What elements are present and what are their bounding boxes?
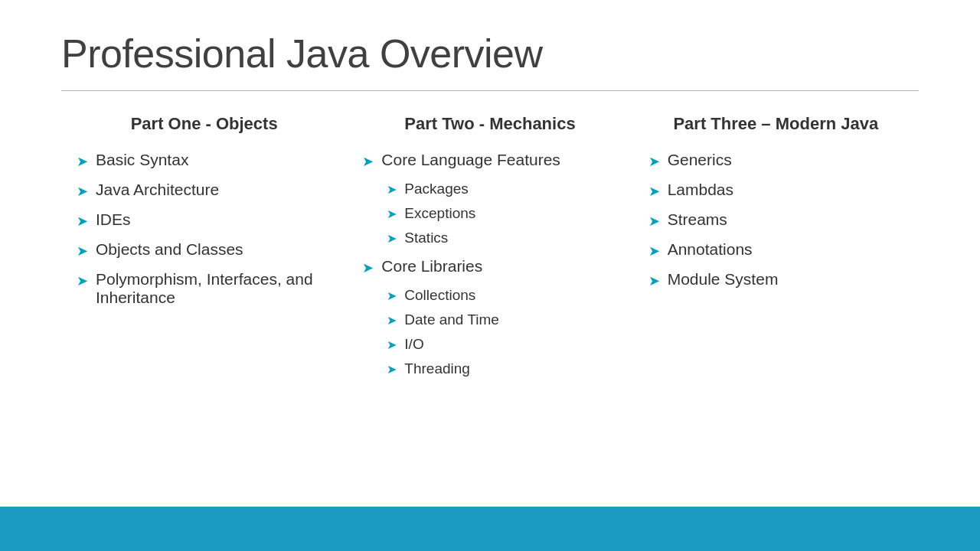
sub-item-label: Threading	[404, 360, 470, 377]
sub-item-label: Exceptions	[404, 205, 475, 222]
arrow-icon: ➤	[77, 243, 88, 259]
sub-arrow-icon: ➤	[387, 313, 397, 328]
item-label: Module System	[668, 270, 779, 289]
footer-bar	[0, 507, 980, 551]
arrow-icon: ➤	[648, 153, 660, 170]
arrow-icon: ➤	[648, 183, 660, 200]
sub-item-label: Date and Time	[404, 311, 499, 328]
item-label: Streams	[668, 210, 727, 229]
list-item: ➤ Module System	[648, 270, 903, 289]
item-label: Polymorphism, Interfaces, and Inheritanc…	[96, 270, 332, 307]
sub-item-label: I/O	[404, 336, 423, 353]
list-item: ➤ Core Libraries	[362, 257, 617, 276]
content-area: Professional Java Overview Part One - Ob…	[0, 0, 980, 388]
arrow-icon: ➤	[77, 183, 88, 200]
sub-item-label: Statics	[404, 230, 448, 246]
sub-list: ➤ Packages ➤ Exceptions ➤ Statics	[387, 181, 617, 246]
sub-item-label: Packages	[404, 181, 468, 197]
column-3: Part Three – Modern Java ➤ Generics ➤ La…	[633, 114, 919, 300]
sub-list: ➤ Collections ➤ Date and Time ➤ I/O ➤ Th…	[387, 287, 617, 377]
list-item: ➤ Java Architecture	[77, 181, 332, 200]
sub-item: ➤ Statics	[387, 230, 617, 246]
list-item: ➤ Lambdas	[648, 181, 903, 200]
arrow-icon: ➤	[77, 272, 88, 289]
column-2: Part Two - Mechanics ➤ Core Language Fea…	[347, 114, 632, 388]
list-item: ➤ IDEs	[77, 210, 332, 230]
arrow-icon: ➤	[362, 153, 374, 170]
list-item: ➤ Polymorphism, Interfaces, and Inherita…	[77, 270, 332, 307]
arrow-icon: ➤	[648, 243, 660, 259]
sub-item: ➤ Collections	[387, 287, 617, 304]
list-item: ➤ Generics	[648, 151, 903, 170]
list-item: ➤ Annotations	[648, 240, 903, 259]
item-label: Objects and Classes	[96, 240, 243, 259]
sub-item: ➤ Date and Time	[387, 311, 617, 328]
sub-arrow-icon: ➤	[387, 182, 397, 197]
arrow-icon: ➤	[648, 213, 660, 230]
column-3-header: Part Three – Modern Java	[648, 114, 903, 134]
list-item: ➤ Streams	[648, 210, 903, 230]
column-2-header: Part Two - Mechanics	[362, 114, 617, 134]
list-item: ➤ Objects and Classes	[77, 240, 332, 259]
divider	[61, 90, 919, 91]
sub-arrow-icon: ➤	[387, 362, 397, 377]
arrow-icon: ➤	[648, 272, 660, 289]
columns-container: Part One - Objects ➤ Basic Syntax ➤ Java…	[61, 114, 919, 388]
item-label: Core Language Features	[381, 151, 560, 169]
column-1: Part One - Objects ➤ Basic Syntax ➤ Java…	[61, 114, 347, 318]
sub-item: ➤ Exceptions	[387, 205, 617, 222]
arrow-icon: ➤	[77, 153, 88, 170]
sub-arrow-icon: ➤	[387, 231, 397, 246]
item-label: Core Libraries	[381, 257, 482, 276]
sub-arrow-icon: ➤	[387, 289, 397, 303]
sub-item: ➤ I/O	[387, 336, 617, 353]
slide-title: Professional Java Overview	[61, 31, 919, 77]
item-label: Annotations	[668, 240, 753, 259]
item-label: Lambdas	[668, 181, 733, 199]
arrow-icon: ➤	[77, 213, 88, 230]
item-label: Basic Syntax	[96, 151, 188, 169]
item-label: Java Architecture	[96, 181, 219, 199]
slide: Professional Java Overview Part One - Ob…	[0, 0, 980, 551]
sub-item: ➤ Packages	[387, 181, 617, 197]
sub-item-label: Collections	[404, 287, 475, 304]
sub-item: ➤ Threading	[387, 360, 617, 377]
list-item: ➤ Core Language Features	[362, 151, 617, 170]
list-item: ➤ Basic Syntax	[77, 151, 332, 170]
column-1-header: Part One - Objects	[77, 114, 332, 134]
arrow-icon: ➤	[362, 259, 374, 276]
item-label: Generics	[668, 151, 732, 169]
item-label: IDEs	[96, 210, 131, 229]
sub-arrow-icon: ➤	[387, 207, 397, 221]
sub-arrow-icon: ➤	[387, 337, 397, 352]
